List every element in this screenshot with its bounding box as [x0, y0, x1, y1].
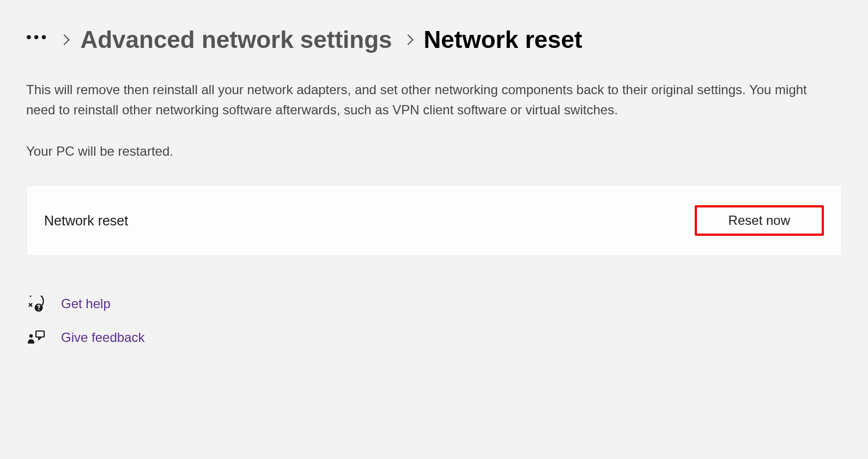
give-feedback-label: Give feedback [61, 330, 144, 345]
give-feedback-link[interactable]: Give feedback [26, 329, 842, 346]
give-feedback-icon [26, 329, 46, 346]
breadcrumb-parent-link[interactable]: Advanced network settings [80, 26, 392, 53]
get-help-icon [26, 295, 46, 313]
svg-rect-3 [36, 331, 44, 337]
description-secondary-text: Your PC will be restarted. [26, 144, 842, 159]
card-title: Network reset [44, 213, 128, 229]
help-links: Get help Give feedback [26, 295, 842, 346]
get-help-link[interactable]: Get help [26, 295, 842, 313]
chevron-right-icon [59, 34, 70, 45]
svg-point-2 [29, 334, 33, 338]
description-text: This will remove then reinstall all your… [26, 79, 811, 120]
breadcrumb-more-icon[interactable]: ••• [26, 29, 48, 50]
reset-now-button[interactable]: Reset now [695, 205, 824, 236]
get-help-label: Get help [61, 296, 111, 311]
breadcrumb: ••• Advanced network settings Network re… [26, 26, 842, 53]
network-reset-card: Network reset Reset now [26, 185, 842, 256]
page-title: Network reset [424, 26, 582, 53]
chevron-right-icon [403, 34, 414, 45]
svg-point-1 [38, 309, 39, 310]
